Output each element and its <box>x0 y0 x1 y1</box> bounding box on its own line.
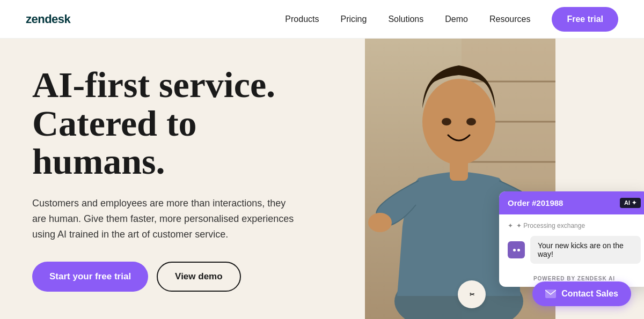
chat-widget: Order #201988 AI ✦ ✦ ✦ Processing exchan… <box>499 191 644 287</box>
nav-link-resources[interactable]: Resources <box>489 14 530 24</box>
contact-sales-label: Contact Sales <box>561 289 618 299</box>
chat-order-number: Order #201988 <box>508 198 563 207</box>
nav-link-solutions[interactable]: Solutions <box>388 14 423 24</box>
processing-icon: ✦ <box>508 222 513 229</box>
svg-point-8 <box>422 79 495 165</box>
nav-link-demo[interactable]: Demo <box>445 14 468 24</box>
hero-subtext: Customers and employees are more than in… <box>32 196 301 242</box>
headline-line3: humans. <box>32 141 165 182</box>
nav-link-pricing[interactable]: Pricing <box>341 14 367 24</box>
avatar-dots <box>513 249 520 251</box>
start-free-trial-button[interactable]: Start your free trial <box>32 262 148 292</box>
chat-body: ✦ ✦ Processing exchange Your new kicks a… <box>499 214 644 271</box>
ai-badge: AI ✦ <box>620 198 641 208</box>
logo[interactable]: zendesk <box>26 12 70 26</box>
nav-item-solutions[interactable]: Solutions <box>388 14 423 24</box>
nav-item-resources[interactable]: Resources <box>489 14 530 24</box>
avatar-dot-2 <box>517 249 520 251</box>
free-trial-button[interactable]: Free trial <box>552 7 618 32</box>
chat-processing: ✦ ✦ Processing exchange <box>508 222 641 229</box>
bot-avatar <box>508 241 525 258</box>
nav-item-pricing[interactable]: Pricing <box>341 14 367 24</box>
hero-buttons: Start your free trial View demo <box>32 262 333 292</box>
chat-message-bubble: Your new kicks are on the way! <box>530 236 641 264</box>
headline-line2: Catered to <box>32 103 197 144</box>
nav-links: Products Pricing Solutions Demo Resource… <box>285 14 530 24</box>
nav-item-demo[interactable]: Demo <box>445 14 468 24</box>
navigation: zendesk Products Pricing Solutions Demo … <box>0 0 644 39</box>
hero-left: AI-first service. Catered to humans. Cus… <box>0 39 365 319</box>
logo-text: zendesk <box>26 12 70 26</box>
svg-point-11 <box>368 213 392 232</box>
envelope-icon <box>545 290 556 298</box>
svg-point-9 <box>442 118 451 125</box>
headline-line1: AI-first service. <box>32 64 275 105</box>
discount-badge: ✂ <box>458 280 486 308</box>
chat-header: Order #201988 AI ✦ <box>499 191 644 214</box>
svg-point-10 <box>466 118 476 125</box>
scissors-icon: ✂ <box>470 291 474 298</box>
nav-item-products[interactable]: Products <box>285 14 319 24</box>
avatar-dot-1 <box>513 249 516 251</box>
svg-rect-13 <box>545 290 556 298</box>
hero-image: Order #201988 AI ✦ ✦ ✦ Processing exchan… <box>365 39 644 319</box>
chat-message-row: Your new kicks are on the way! <box>508 236 641 264</box>
hero-section: AI-first service. Catered to humans. Cus… <box>0 39 644 319</box>
hero-headline: AI-first service. Catered to humans. <box>32 66 333 181</box>
processing-text: ✦ Processing exchange <box>516 222 585 229</box>
nav-link-products[interactable]: Products <box>285 14 319 24</box>
hero-right: Order #201988 AI ✦ ✦ ✦ Processing exchan… <box>365 39 644 319</box>
contact-sales-button[interactable]: Contact Sales <box>532 281 631 306</box>
view-demo-button[interactable]: View demo <box>157 262 241 292</box>
